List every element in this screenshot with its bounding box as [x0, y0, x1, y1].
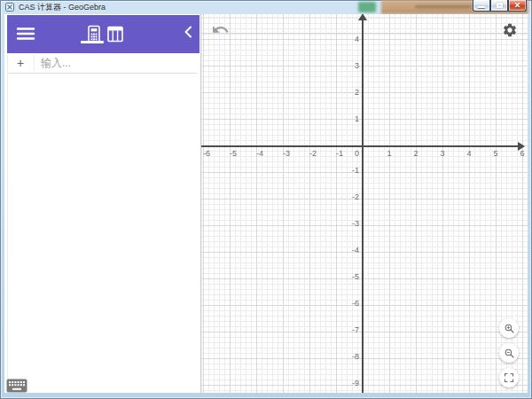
- y-axis-tick-label: -5: [324, 272, 359, 281]
- y-axis-tick-label: 1: [324, 114, 359, 123]
- y-axis-tick-label: -8: [324, 352, 359, 361]
- x-axis-tick-label: -6: [203, 149, 210, 158]
- maximize-button[interactable]: [490, 0, 508, 12]
- gear-icon[interactable]: [502, 22, 518, 38]
- panel-header: [7, 15, 200, 53]
- y-axis-tick-label: -4: [324, 246, 359, 254]
- x-axis-tick-label: -2: [309, 149, 317, 158]
- x-axis-tick-label: -5: [230, 149, 237, 158]
- window-controls: ✕: [473, 0, 527, 12]
- zoom-in-icon: [504, 323, 515, 334]
- title-bar: CAS 计算器 - GeoGebra ✕: [0, 0, 532, 14]
- app-window: CAS 计算器 - GeoGebra ✕: [0, 0, 532, 399]
- active-tab-underline: [81, 41, 104, 43]
- maximize-icon: [497, 3, 503, 8]
- zoom-in-button[interactable]: [499, 318, 519, 338]
- zoom-out-button[interactable]: [499, 343, 519, 363]
- y-axis-tick-label: 4: [324, 35, 359, 43]
- background-window-artifact: [415, 5, 472, 8]
- fullscreen-icon: [504, 372, 514, 383]
- minimize-button[interactable]: [473, 0, 490, 12]
- x-axis-tick-label: 0: [355, 149, 359, 158]
- y-axis-arrow: [358, 14, 367, 20]
- y-axis-tick-label: -2: [324, 192, 359, 201]
- panel-edge-line: [7, 53, 8, 393]
- graph-controls: [499, 318, 519, 387]
- y-axis-tick-label: -3: [324, 219, 359, 228]
- x-axis-tick-label: 2: [413, 149, 418, 158]
- client-area: + 输入...: [4, 14, 528, 393]
- x-axis-tick-label: 6: [520, 149, 524, 158]
- y-axis-tick-label: -9: [324, 379, 359, 387]
- y-axis-tick-label: -6: [324, 299, 359, 308]
- x-axis-tick-label: 5: [493, 149, 497, 158]
- cas-input-field[interactable]: 输入...: [35, 56, 197, 71]
- y-axis-tick-label: 2: [324, 88, 359, 97]
- cas-panel: + 输入...: [4, 14, 201, 393]
- y-axis: [362, 19, 364, 393]
- zoom-out-icon: [504, 348, 515, 359]
- x-axis-tick-label: -3: [283, 149, 290, 158]
- y-axis-tick-label: 3: [324, 61, 359, 70]
- geogebra-app-icon: [5, 3, 14, 12]
- fullscreen-button[interactable]: [499, 368, 519, 387]
- x-axis-tick-label: 1: [387, 149, 391, 158]
- graph-view[interactable]: -6-5-4-3-2-101234564321-1-2-3-4-5-6-7-8-…: [200, 14, 528, 393]
- x-axis-tick-label: -1: [336, 149, 343, 158]
- add-row-button[interactable]: +: [7, 53, 34, 73]
- chevron-left-icon[interactable]: [183, 25, 193, 39]
- close-icon: ✕: [514, 2, 521, 10]
- undo-icon[interactable]: [213, 23, 229, 35]
- cas-input-row: + 输入...: [7, 53, 197, 74]
- x-axis-tick-label: -4: [256, 149, 263, 158]
- x-axis-tick-label: 3: [440, 149, 444, 158]
- tab-table[interactable]: [105, 25, 126, 44]
- keyboard-toggle-button[interactable]: [6, 379, 27, 393]
- window-title: CAS 计算器 - GeoGebra: [19, 2, 106, 13]
- x-axis: [201, 145, 520, 147]
- minimize-icon: [478, 6, 485, 8]
- close-button[interactable]: ✕: [508, 0, 527, 12]
- x-axis-tick-label: 4: [466, 149, 471, 158]
- y-axis-tick-label: -1: [324, 166, 359, 175]
- hamburger-menu-button[interactable]: [16, 27, 35, 41]
- y-axis-tick-label: -7: [324, 325, 359, 334]
- background-window-artifact: [358, 2, 376, 12]
